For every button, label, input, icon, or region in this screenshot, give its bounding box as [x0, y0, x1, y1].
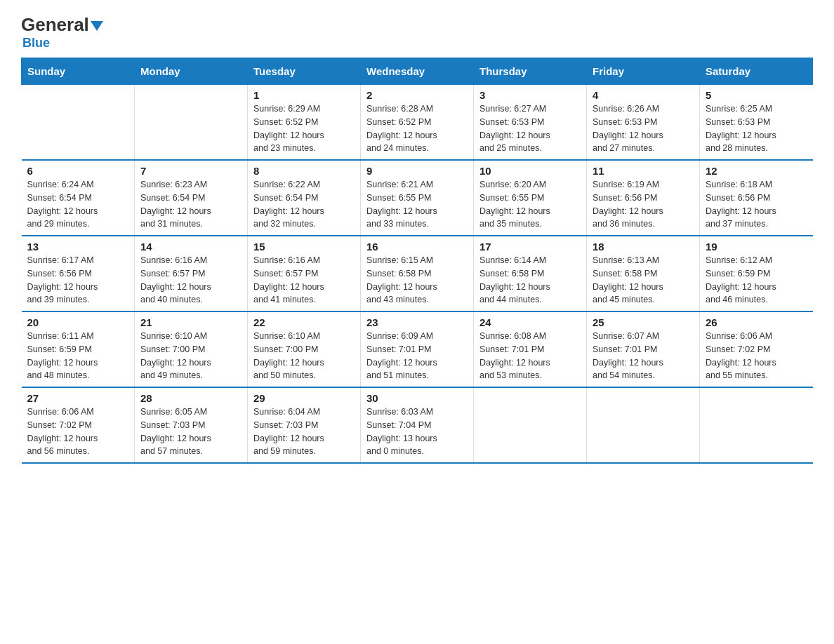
calendar-cell: 17Sunrise: 6:14 AM Sunset: 6:58 PM Dayli… [474, 236, 587, 311]
calendar-cell: 29Sunrise: 6:04 AM Sunset: 7:03 PM Dayli… [248, 387, 361, 463]
day-info: Sunrise: 6:07 AM Sunset: 7:01 PM Dayligh… [593, 330, 694, 382]
calendar-cell: 19Sunrise: 6:12 AM Sunset: 6:59 PM Dayli… [700, 236, 813, 311]
day-number: 9 [366, 165, 468, 177]
day-info: Sunrise: 6:29 AM Sunset: 6:52 PM Dayligh… [253, 102, 355, 155]
calendar-week-2: 6Sunrise: 6:24 AM Sunset: 6:54 PM Daylig… [22, 160, 813, 236]
logo: General Blue [21, 14, 103, 51]
col-thursday: Thursday [474, 58, 587, 85]
day-info: Sunrise: 6:14 AM Sunset: 6:58 PM Dayligh… [479, 254, 581, 307]
day-number: 16 [366, 241, 468, 253]
calendar-week-3: 13Sunrise: 6:17 AM Sunset: 6:56 PM Dayli… [22, 236, 813, 311]
day-info: Sunrise: 6:17 AM Sunset: 6:56 PM Dayligh… [27, 254, 129, 307]
calendar-table: Sunday Monday Tuesday Wednesday Thursday… [21, 58, 813, 464]
day-number: 24 [479, 316, 581, 328]
calendar-cell: 22Sunrise: 6:10 AM Sunset: 7:00 PM Dayli… [248, 311, 361, 387]
day-number: 17 [479, 241, 581, 253]
calendar-cell: 13Sunrise: 6:17 AM Sunset: 6:56 PM Dayli… [22, 236, 135, 311]
day-info: Sunrise: 6:06 AM Sunset: 7:02 PM Dayligh… [706, 330, 807, 382]
calendar-cell: 3Sunrise: 6:27 AM Sunset: 6:53 PM Daylig… [474, 85, 587, 161]
calendar-cell: 20Sunrise: 6:11 AM Sunset: 6:59 PM Dayli… [22, 311, 135, 387]
calendar-week-5: 27Sunrise: 6:06 AM Sunset: 7:02 PM Dayli… [22, 387, 813, 463]
day-number: 23 [366, 316, 468, 328]
logo-arrow-icon [91, 14, 103, 36]
calendar-cell: 16Sunrise: 6:15 AM Sunset: 6:58 PM Dayli… [361, 236, 474, 311]
day-number: 21 [140, 316, 241, 328]
day-info: Sunrise: 6:15 AM Sunset: 6:58 PM Dayligh… [366, 254, 468, 307]
day-number: 28 [140, 392, 241, 404]
day-number: 6 [27, 165, 129, 177]
day-number: 2 [366, 89, 468, 101]
general-text: General [21, 14, 89, 36]
day-info: Sunrise: 6:21 AM Sunset: 6:55 PM Dayligh… [366, 178, 468, 231]
day-number: 15 [253, 241, 355, 253]
col-sunday: Sunday [22, 58, 135, 85]
calendar-cell: 30Sunrise: 6:03 AM Sunset: 7:04 PM Dayli… [361, 387, 474, 463]
day-info: Sunrise: 6:23 AM Sunset: 6:54 PM Dayligh… [140, 178, 241, 231]
day-info: Sunrise: 6:13 AM Sunset: 6:58 PM Dayligh… [593, 254, 694, 307]
calendar-cell: 7Sunrise: 6:23 AM Sunset: 6:54 PM Daylig… [135, 160, 248, 236]
day-info: Sunrise: 6:05 AM Sunset: 7:03 PM Dayligh… [140, 405, 241, 458]
day-info: Sunrise: 6:04 AM Sunset: 7:03 PM Dayligh… [253, 405, 355, 458]
col-friday: Friday [587, 58, 700, 85]
day-number: 30 [366, 392, 468, 404]
col-tuesday: Tuesday [248, 58, 361, 85]
day-number: 8 [253, 165, 355, 177]
calendar-cell [474, 387, 587, 463]
day-info: Sunrise: 6:22 AM Sunset: 6:54 PM Dayligh… [253, 178, 355, 231]
day-info: Sunrise: 6:25 AM Sunset: 6:53 PM Dayligh… [706, 102, 807, 155]
calendar-cell: 9Sunrise: 6:21 AM Sunset: 6:55 PM Daylig… [361, 160, 474, 236]
calendar-cell: 21Sunrise: 6:10 AM Sunset: 7:00 PM Dayli… [135, 311, 248, 387]
calendar-cell: 15Sunrise: 6:16 AM Sunset: 6:57 PM Dayli… [248, 236, 361, 311]
day-info: Sunrise: 6:06 AM Sunset: 7:02 PM Dayligh… [27, 405, 129, 458]
day-info: Sunrise: 6:03 AM Sunset: 7:04 PM Dayligh… [366, 405, 468, 458]
calendar-cell: 23Sunrise: 6:09 AM Sunset: 7:01 PM Dayli… [361, 311, 474, 387]
calendar-cell: 27Sunrise: 6:06 AM Sunset: 7:02 PM Dayli… [22, 387, 135, 463]
day-number: 26 [706, 316, 807, 328]
calendar-cell: 6Sunrise: 6:24 AM Sunset: 6:54 PM Daylig… [22, 160, 135, 236]
col-wednesday: Wednesday [361, 58, 474, 85]
day-info: Sunrise: 6:27 AM Sunset: 6:53 PM Dayligh… [479, 102, 581, 155]
day-number: 20 [27, 316, 129, 328]
day-info: Sunrise: 6:24 AM Sunset: 6:54 PM Dayligh… [27, 178, 129, 231]
header-row: Sunday Monday Tuesday Wednesday Thursday… [22, 58, 813, 85]
day-number: 7 [140, 165, 241, 177]
day-info: Sunrise: 6:12 AM Sunset: 6:59 PM Dayligh… [706, 254, 807, 307]
logo-blue-subtitle: Blue [22, 36, 50, 51]
day-info: Sunrise: 6:16 AM Sunset: 6:57 PM Dayligh… [253, 254, 355, 307]
calendar-cell: 5Sunrise: 6:25 AM Sunset: 6:53 PM Daylig… [700, 85, 813, 161]
day-info: Sunrise: 6:16 AM Sunset: 6:57 PM Dayligh… [140, 254, 241, 307]
col-monday: Monday [135, 58, 248, 85]
calendar-cell: 10Sunrise: 6:20 AM Sunset: 6:55 PM Dayli… [474, 160, 587, 236]
day-info: Sunrise: 6:20 AM Sunset: 6:55 PM Dayligh… [479, 178, 581, 231]
day-number: 25 [593, 316, 694, 328]
day-info: Sunrise: 6:09 AM Sunset: 7:01 PM Dayligh… [366, 330, 468, 382]
day-number: 3 [479, 89, 581, 101]
day-info: Sunrise: 6:26 AM Sunset: 6:53 PM Dayligh… [593, 102, 694, 155]
calendar-cell [587, 387, 700, 463]
calendar-cell: 24Sunrise: 6:08 AM Sunset: 7:01 PM Dayli… [474, 311, 587, 387]
calendar-cell: 25Sunrise: 6:07 AM Sunset: 7:01 PM Dayli… [587, 311, 700, 387]
calendar-cell: 8Sunrise: 6:22 AM Sunset: 6:54 PM Daylig… [248, 160, 361, 236]
calendar-header: Sunday Monday Tuesday Wednesday Thursday… [22, 58, 813, 85]
calendar-cell: 12Sunrise: 6:18 AM Sunset: 6:56 PM Dayli… [700, 160, 813, 236]
day-number: 27 [27, 392, 129, 404]
calendar-cell [135, 85, 248, 161]
day-number: 5 [706, 89, 807, 101]
day-number: 18 [593, 241, 694, 253]
calendar-cell: 11Sunrise: 6:19 AM Sunset: 6:56 PM Dayli… [587, 160, 700, 236]
day-info: Sunrise: 6:28 AM Sunset: 6:52 PM Dayligh… [366, 102, 468, 155]
day-number: 14 [140, 241, 241, 253]
day-number: 19 [706, 241, 807, 253]
day-number: 29 [253, 392, 355, 404]
calendar-cell: 4Sunrise: 6:26 AM Sunset: 6:53 PM Daylig… [587, 85, 700, 161]
calendar-cell: 2Sunrise: 6:28 AM Sunset: 6:52 PM Daylig… [361, 85, 474, 161]
day-info: Sunrise: 6:10 AM Sunset: 7:00 PM Dayligh… [140, 330, 241, 382]
calendar-cell: 28Sunrise: 6:05 AM Sunset: 7:03 PM Dayli… [135, 387, 248, 463]
calendar-week-1: 1Sunrise: 6:29 AM Sunset: 6:52 PM Daylig… [22, 85, 813, 161]
day-info: Sunrise: 6:18 AM Sunset: 6:56 PM Dayligh… [706, 178, 807, 231]
calendar-cell [22, 85, 135, 161]
day-number: 12 [706, 165, 807, 177]
calendar-body: 1Sunrise: 6:29 AM Sunset: 6:52 PM Daylig… [22, 85, 813, 464]
calendar-cell: 1Sunrise: 6:29 AM Sunset: 6:52 PM Daylig… [248, 85, 361, 161]
day-info: Sunrise: 6:08 AM Sunset: 7:01 PM Dayligh… [479, 330, 581, 382]
